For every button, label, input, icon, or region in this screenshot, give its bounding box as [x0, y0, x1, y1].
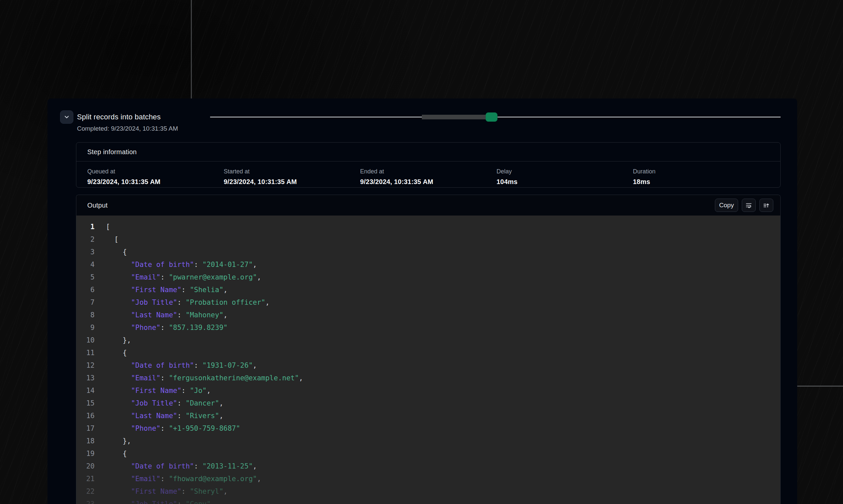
code-text: [ [106, 233, 119, 246]
output-title: Output [87, 202, 107, 209]
code-token: : [177, 311, 186, 319]
code-line: 4 "Date of birth": "2014-01-27", [76, 258, 780, 271]
code-token: , [253, 462, 257, 470]
code-token: , [257, 273, 261, 281]
line-number: 20 [76, 460, 94, 472]
code-token: "Email" [106, 273, 160, 281]
code-token: : [177, 412, 186, 420]
output-code-viewer[interactable]: 1[2 [3 {4 "Date of birth": "2014-01-27",… [76, 216, 780, 504]
code-token: : [160, 425, 169, 432]
field-value: 9/23/2024, 10:31:35 AM [360, 178, 497, 186]
collapse-step-button[interactable] [60, 110, 73, 124]
field-value: 104ms [497, 178, 633, 186]
code-line: 17 "Phone": "+1-950-759-8687" [76, 422, 780, 435]
wrap-text-icon [745, 202, 752, 209]
code-token: : [177, 299, 186, 306]
field-label: Delay [497, 168, 633, 175]
code-text: "Last Name": "Rivers", [106, 410, 223, 422]
field-label: Started at [224, 168, 360, 175]
field-label: Queued at [87, 168, 224, 175]
line-number: 3 [76, 246, 94, 258]
line-number: 6 [76, 284, 94, 296]
field-label: Duration [633, 168, 769, 175]
wrap-text-button[interactable] [742, 199, 756, 212]
code-token: "Phone" [106, 324, 160, 331]
code-token: : [182, 286, 190, 294]
code-text: "Job Title": "Dancer", [106, 397, 223, 410]
chevron-down-icon [64, 114, 69, 120]
code-token: "Job Title" [106, 299, 177, 306]
line-number: 12 [76, 359, 94, 372]
code-token: , [211, 500, 215, 504]
line-number: 11 [76, 346, 94, 359]
step-info-field: Started at9/23/2024, 10:31:35 AM [224, 168, 360, 186]
code-line: 3 { [76, 246, 780, 258]
line-number: 7 [76, 296, 94, 309]
step-header: Split records into batches Completed: 9/… [60, 110, 780, 136]
code-text: "Phone": "+1-950-759-8687" [106, 422, 240, 435]
code-text: "Email": "pwarner@example.org", [106, 271, 261, 284]
code-line: 12 "Date of birth": "1931-07-26", [76, 359, 780, 372]
code-token: "Dancer" [186, 399, 219, 407]
code-token: "+1-950-759-8687" [169, 425, 240, 432]
line-number: 8 [76, 309, 94, 321]
code-token: "Shelia" [190, 286, 223, 294]
code-token: , [223, 311, 228, 319]
code-line: 7 "Job Title": "Probation officer", [76, 296, 780, 309]
code-token: , [223, 487, 228, 496]
code-token: , [299, 374, 303, 382]
line-number: 5 [76, 271, 94, 284]
background-horizontal-line [797, 385, 843, 386]
code-line: 2 [ [76, 233, 780, 246]
code-line: 6 "First Name": "Shelia", [76, 284, 780, 296]
code-text: { [106, 447, 127, 460]
code-text: [ [106, 220, 110, 233]
line-number: 13 [76, 372, 94, 384]
step-info-field: Queued at9/23/2024, 10:31:35 AM [87, 168, 224, 186]
step-information-title: Step information [87, 148, 137, 156]
code-line: 20 "Date of birth": "2013-11-25", [76, 460, 780, 472]
scroll-to-top-button[interactable] [759, 199, 773, 212]
timeline-scrubber-handle[interactable] [485, 112, 498, 122]
step-status-timestamp: Completed: 9/23/2024, 10:31:35 AM [77, 125, 178, 132]
line-number: 23 [76, 498, 94, 504]
code-token: "Sheryl" [190, 487, 223, 496]
line-number: 9 [76, 321, 94, 334]
field-label: Ended at [360, 168, 497, 175]
code-token: "Phone" [106, 425, 160, 432]
line-number: 14 [76, 384, 94, 397]
code-text: "First Name": "Shelia", [106, 284, 228, 296]
code-token: : [177, 500, 186, 504]
timeline-track[interactable] [210, 117, 780, 118]
line-number: 2 [76, 233, 94, 246]
code-token: [ [106, 223, 110, 231]
code-text: "Date of birth": "1931-07-26", [106, 359, 257, 372]
step-detail-panel: Split records into batches Completed: 9/… [48, 98, 797, 504]
code-token: "857.139.8239" [169, 324, 228, 331]
code-line: 14 "First Name": "Jo", [76, 384, 780, 397]
code-token: "Job Title" [106, 399, 177, 407]
line-number: 22 [76, 485, 94, 498]
step-information-card: Step information Queued at9/23/2024, 10:… [76, 142, 780, 188]
code-line: 13 "Email": "fergusonkatherine@example.n… [76, 372, 780, 384]
scroll-to-top-icon [763, 202, 770, 209]
code-text: "First Name": "Sheryl", [106, 485, 228, 498]
code-token: : [177, 399, 186, 407]
step-title: Split records into batches [77, 113, 161, 121]
code-token: : [182, 386, 190, 395]
code-text: "Date of birth": "2013-11-25", [106, 460, 257, 472]
code-text: "Job Title": "Probation officer", [106, 296, 270, 309]
line-number: 1 [76, 220, 94, 233]
background-vertical-line [191, 0, 192, 99]
code-line: 21 "Email": "fhoward@example.org", [76, 472, 780, 485]
code-token: "pwarner@example.org" [169, 273, 257, 281]
code-token: "Probation officer" [186, 299, 265, 306]
line-number: 16 [76, 410, 94, 422]
code-token: : [182, 487, 190, 496]
copy-button[interactable]: Copy [715, 199, 738, 212]
code-token: : [160, 374, 169, 382]
code-token: "Date of birth" [106, 260, 194, 269]
line-number: 4 [76, 258, 94, 271]
code-token: "1931-07-26" [203, 361, 253, 370]
code-token: "fergusonkatherine@example.net" [169, 374, 299, 382]
